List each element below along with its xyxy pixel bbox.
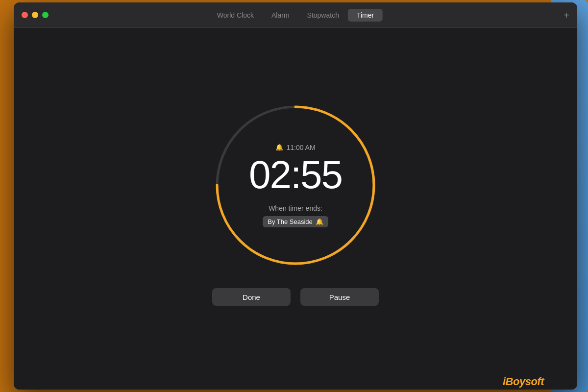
maximize-button[interactable] xyxy=(42,12,49,18)
titlebar: World Clock Alarm Stopwatch Timer + xyxy=(14,2,577,28)
tab-stopwatch[interactable]: Stopwatch xyxy=(298,9,348,22)
timer-countdown: 02:55 xyxy=(249,155,342,195)
bell-icon: 🔔 xyxy=(275,144,283,151)
sound-badge-icon: 🔔 xyxy=(316,218,323,225)
tab-timer[interactable]: Timer xyxy=(348,9,383,22)
iboysoft-watermark: iBoysoft xyxy=(503,375,544,388)
add-button[interactable]: + xyxy=(564,10,569,20)
tab-alarm[interactable]: Alarm xyxy=(263,9,298,22)
pause-button[interactable]: Pause xyxy=(300,288,379,306)
clock-window: World Clock Alarm Stopwatch Timer + 🔔 11… xyxy=(14,2,577,390)
done-button[interactable]: Done xyxy=(212,288,291,306)
timer-content: 🔔 11:00 AM 02:55 When timer ends: By The… xyxy=(14,28,577,390)
minimize-button[interactable] xyxy=(32,12,38,18)
timer-circle-container: 🔔 11:00 AM 02:55 When timer ends: By The… xyxy=(212,102,379,269)
window-controls xyxy=(14,12,49,18)
sound-badge[interactable]: By The Seaside 🔔 xyxy=(263,216,328,227)
bottom-controls: Done Pause xyxy=(212,288,379,306)
close-button[interactable] xyxy=(22,12,28,18)
timer-inner: 🔔 11:00 AM 02:55 When timer ends: By The… xyxy=(212,102,379,269)
when-ends-label: When timer ends: xyxy=(269,204,322,212)
alarm-time-text: 11:00 AM xyxy=(286,144,315,151)
alarm-time-display: 🔔 11:00 AM xyxy=(275,144,315,151)
sound-name: By The Seaside xyxy=(268,218,313,225)
tab-bar: World Clock Alarm Stopwatch Timer xyxy=(208,9,383,22)
tab-world-clock[interactable]: World Clock xyxy=(208,9,263,22)
